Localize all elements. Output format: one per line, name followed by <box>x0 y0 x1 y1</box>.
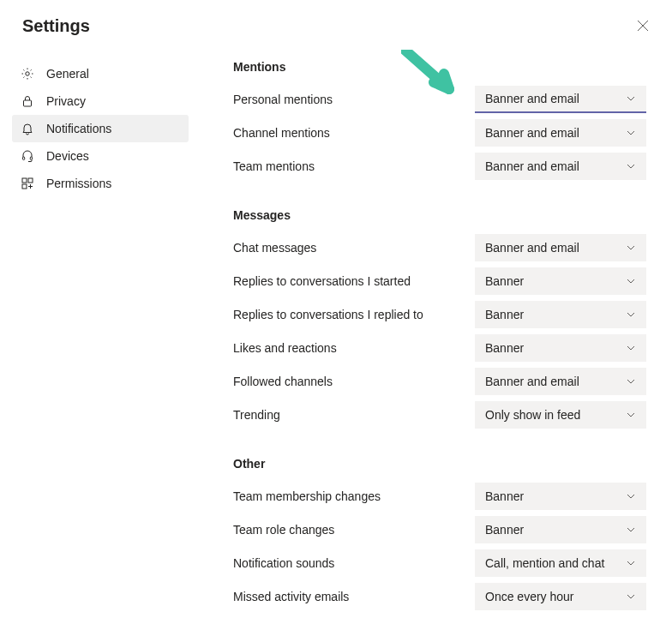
select-personal-mentions[interactable]: Banner and email <box>475 86 646 113</box>
chevron-down-icon <box>626 343 636 353</box>
row-label: Replies to conversations I started <box>233 274 411 288</box>
row-replies-replied: Replies to conversations I replied to Ba… <box>233 297 646 331</box>
sidebar-item-label: Notifications <box>46 122 111 135</box>
row-label: Likes and reactions <box>233 341 337 355</box>
row-label: Followed channels <box>233 375 333 388</box>
select-notification-sounds[interactable]: Call, mention and chat <box>475 549 646 577</box>
row-label: Channel mentions <box>233 126 330 140</box>
sidebar-item-general[interactable]: General <box>12 60 189 87</box>
select-chat-messages[interactable]: Banner and email <box>475 234 646 261</box>
page-title: Settings <box>22 16 90 36</box>
gear-icon <box>21 67 34 81</box>
select-value: Banner <box>485 341 524 355</box>
chevron-down-icon <box>626 591 636 602</box>
section-mentions: Mentions Personal mentions Banner and em… <box>233 60 646 183</box>
row-missed-activity: Missed activity emails Once every hour <box>233 579 646 613</box>
chevron-down-icon <box>626 161 636 171</box>
svg-rect-5 <box>28 178 33 183</box>
select-team-membership[interactable]: Banner <box>475 483 646 510</box>
app-icon <box>21 177 34 190</box>
chevron-down-icon <box>626 243 636 253</box>
row-label: Team mentions <box>233 159 315 173</box>
sidebar-item-notifications[interactable]: Notifications <box>12 115 189 142</box>
chevron-down-icon <box>626 376 636 387</box>
close-button[interactable] <box>633 15 653 36</box>
lock-icon <box>21 94 34 108</box>
row-team-membership: Team membership changes Banner <box>233 479 646 513</box>
svg-rect-1 <box>24 100 32 106</box>
row-label: Trending <box>233 408 280 422</box>
chevron-down-icon <box>626 525 636 535</box>
chevron-down-icon <box>626 309 636 320</box>
section-other: Other Team membership changes Banner Tea… <box>233 457 646 613</box>
section-messages: Messages Chat messages Banner and email … <box>233 208 646 431</box>
select-team-mentions[interactable]: Banner and email <box>475 153 646 180</box>
chevron-down-icon <box>626 491 636 501</box>
svg-rect-6 <box>22 184 27 189</box>
row-label: Missed activity emails <box>233 590 349 603</box>
row-label: Chat messages <box>233 241 316 255</box>
row-channel-mentions: Channel mentions Banner and email <box>233 116 646 149</box>
select-likes-reactions[interactable]: Banner <box>475 334 646 362</box>
sidebar-item-label: Permissions <box>46 177 111 190</box>
select-value: Banner <box>485 523 524 537</box>
svg-rect-3 <box>30 157 32 160</box>
section-heading: Messages <box>233 208 646 222</box>
sidebar-item-label: Devices <box>46 149 89 163</box>
row-label: Team membership changes <box>233 489 381 503</box>
headset-icon <box>21 149 34 163</box>
row-personal-mentions: Personal mentions Banner and email <box>233 82 646 116</box>
select-value: Banner <box>485 308 524 321</box>
select-team-role[interactable]: Banner <box>475 516 646 543</box>
select-trending[interactable]: Only show in feed <box>475 401 646 429</box>
select-value: Banner and email <box>485 126 579 140</box>
settings-header: Settings <box>0 0 672 43</box>
section-heading: Other <box>233 457 646 471</box>
select-value: Banner <box>485 489 524 503</box>
select-value: Banner and email <box>485 159 579 173</box>
row-label: Replies to conversations I replied to <box>233 308 423 321</box>
section-heading: Mentions <box>233 60 646 74</box>
row-likes-reactions: Likes and reactions Banner <box>233 331 646 364</box>
select-value: Banner and email <box>485 92 579 105</box>
row-label: Team role changes <box>233 523 334 537</box>
select-missed-activity[interactable]: Once every hour <box>475 583 646 610</box>
select-value: Call, mention and chat <box>485 556 604 570</box>
bell-icon <box>21 122 34 135</box>
row-notification-sounds: Notification sounds Call, mention and ch… <box>233 546 646 579</box>
close-icon <box>637 20 649 32</box>
row-followed-channels: Followed channels Banner and email <box>233 364 646 398</box>
select-value: Only show in feed <box>485 408 580 422</box>
row-label: Notification sounds <box>233 556 334 570</box>
select-replies-started[interactable]: Banner <box>475 267 646 295</box>
chevron-down-icon <box>626 276 636 286</box>
settings-sidebar: General Privacy Notifications Devices Pe <box>12 60 189 636</box>
select-value: Banner and email <box>485 375 579 388</box>
sidebar-item-devices[interactable]: Devices <box>12 142 189 170</box>
select-value: Banner and email <box>485 241 579 255</box>
sidebar-item-permissions[interactable]: Permissions <box>12 170 189 197</box>
select-value: Banner <box>485 274 524 288</box>
select-channel-mentions[interactable]: Banner and email <box>475 119 646 147</box>
select-replies-replied[interactable]: Banner <box>475 301 646 328</box>
svg-rect-2 <box>23 157 25 160</box>
svg-rect-4 <box>22 178 27 183</box>
svg-point-0 <box>26 72 29 75</box>
select-followed-channels[interactable]: Banner and email <box>475 368 646 395</box>
row-trending: Trending Only show in feed <box>233 398 646 431</box>
select-value: Once every hour <box>485 590 574 603</box>
chevron-down-icon <box>626 410 636 420</box>
row-replies-started: Replies to conversations I started Banne… <box>233 264 646 297</box>
row-team-mentions: Team mentions Banner and email <box>233 149 646 183</box>
row-team-role: Team role changes Banner <box>233 513 646 546</box>
sidebar-item-privacy[interactable]: Privacy <box>12 87 189 115</box>
sidebar-item-label: Privacy <box>46 94 86 108</box>
row-chat-messages: Chat messages Banner and email <box>233 231 646 264</box>
chevron-down-icon <box>626 93 636 104</box>
sidebar-item-label: General <box>46 67 89 81</box>
chevron-down-icon <box>626 558 636 568</box>
row-label: Personal mentions <box>233 93 333 106</box>
chevron-down-icon <box>626 128 636 138</box>
settings-main: Mentions Personal mentions Banner and em… <box>189 60 672 636</box>
